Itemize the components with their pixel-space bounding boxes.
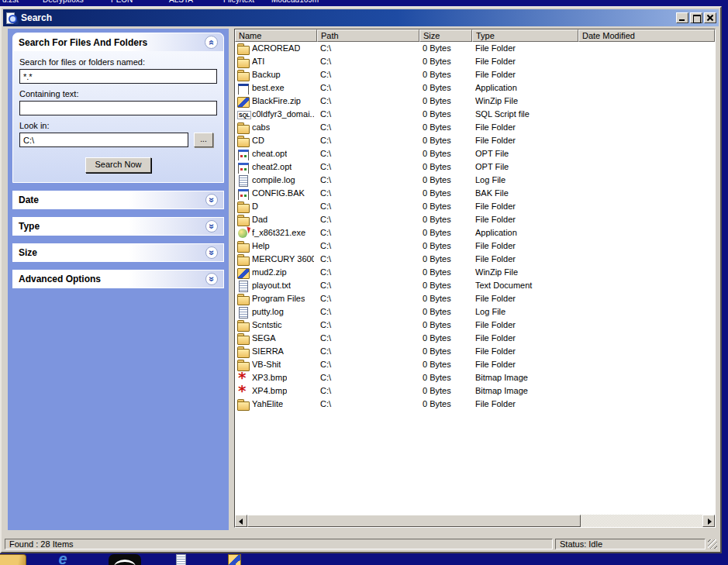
file-path: C:\ <box>317 174 419 187</box>
file-type: File Folder <box>472 68 578 81</box>
table-row[interactable]: Program FilesC:\0 BytesFile Folder <box>235 292 715 305</box>
table-row[interactable]: f_x86t321.exeC:\0 BytesApplication <box>235 226 715 239</box>
table-row[interactable]: HelpC:\0 BytesFile Folder <box>235 239 715 253</box>
table-row[interactable]: c0ldfyr3_domai...C:\0 BytesSQL Script fi… <box>235 108 715 121</box>
table-row[interactable]: putty.logC:\0 BytesLog File <box>235 305 715 319</box>
table-row[interactable]: MERCURY 3600C:\0 BytesFile Folder <box>235 253 715 266</box>
name-cell: Scntstic <box>235 319 317 332</box>
table-row[interactable]: CONFIG.BAKC:\0 BytesBAK File <box>235 187 715 200</box>
column-header-name[interactable]: Name <box>235 29 317 42</box>
file-path: C:\ <box>317 279 419 292</box>
chevron-down-icon[interactable]: » <box>205 194 218 206</box>
winzip-icon[interactable] <box>228 554 241 565</box>
file-date <box>578 160 585 174</box>
column-header-type[interactable]: Type <box>472 29 578 42</box>
folder-icon <box>237 294 250 305</box>
bak-icon <box>237 188 250 199</box>
file-type: OPT File <box>472 147 578 160</box>
file-name: playout.txt <box>252 279 291 292</box>
folder-icon <box>237 215 250 226</box>
scroll-right-icon[interactable] <box>702 515 715 527</box>
table-row[interactable]: cabsC:\0 BytesFile Folder <box>235 121 715 134</box>
table-row[interactable]: BlackFire.zipC:\0 BytesWinZip File <box>235 95 715 108</box>
named-label: Search for files or folders named: <box>19 57 217 67</box>
file-name: Program Files <box>252 292 305 305</box>
table-row[interactable]: cheat.optC:\0 BytesOPT File <box>235 147 715 160</box>
table-row[interactable]: cheat2.optC:\0 BytesOPT File <box>235 160 715 174</box>
table-row[interactable]: mud2.zipC:\0 BytesWinZip File <box>235 266 715 279</box>
resize-grip-icon[interactable] <box>708 539 717 549</box>
chevron-up-icon[interactable]: » <box>205 36 218 49</box>
table-row[interactable]: YahEliteC:\0 BytesFile Folder <box>235 398 715 411</box>
folder-icon[interactable] <box>0 554 26 565</box>
file-path: C:\ <box>317 319 419 332</box>
column-header-path[interactable]: Path <box>317 29 419 42</box>
name-cell: D <box>235 200 317 213</box>
table-row[interactable]: compile.logC:\0 BytesLog File <box>235 174 715 187</box>
file-name: SEGA <box>252 332 276 345</box>
internet-explorer-icon[interactable] <box>53 554 73 565</box>
named-input[interactable] <box>19 69 217 84</box>
table-row[interactable]: XP3.bmpC:\0 BytesBitmap Image <box>235 371 715 384</box>
section-advanced-options[interactable]: Advanced Options» <box>12 270 224 288</box>
file-date <box>578 253 585 266</box>
title-bar[interactable]: Search <box>3 9 719 26</box>
section-size[interactable]: Size» <box>12 243 224 262</box>
file-type: Log File <box>472 305 578 319</box>
name-cell: cheat.opt <box>235 147 317 160</box>
file-path: C:\ <box>317 266 419 279</box>
table-row[interactable]: ScntsticC:\0 BytesFile Folder <box>235 319 715 332</box>
file-path: C:\ <box>317 398 419 411</box>
table-row[interactable]: SIERRAC:\0 BytesFile Folder <box>235 345 715 358</box>
chevron-down-icon[interactable]: » <box>205 273 218 285</box>
table-row[interactable]: DadC:\0 BytesFile Folder <box>235 213 715 226</box>
table-row[interactable]: ACROREADC:\0 BytesFile Folder <box>235 42 715 55</box>
file-path: C:\ <box>317 213 419 226</box>
chevron-down-icon[interactable]: » <box>205 220 218 233</box>
search-box-header[interactable]: Search For Files And Folders » <box>13 33 223 51</box>
table-row[interactable]: best.exeC:\0 BytesApplication <box>235 81 715 95</box>
name-cell: CONFIG.BAK <box>235 187 317 200</box>
table-row[interactable]: SEGAC:\0 BytesFile Folder <box>235 332 715 345</box>
folder-icon <box>237 360 250 370</box>
file-path: C:\ <box>317 358 419 371</box>
minimize-button[interactable] <box>676 12 688 23</box>
containing-input[interactable] <box>19 101 217 115</box>
file-name: XP3.bmp <box>252 371 287 384</box>
browse-button[interactable]: ... <box>194 133 213 147</box>
chevron-down-icon[interactable]: » <box>205 246 218 259</box>
folder-icon <box>237 254 250 265</box>
name-cell: SEGA <box>235 332 317 345</box>
file-date <box>578 305 585 319</box>
table-row[interactable]: ATIC:\0 BytesFile Folder <box>235 55 715 68</box>
file-path: C:\ <box>317 345 419 358</box>
section-date[interactable]: Date» <box>12 191 224 209</box>
table-row[interactable]: DC:\0 BytesFile Folder <box>235 200 715 213</box>
lookin-input[interactable] <box>19 133 188 147</box>
table-row[interactable]: CDC:\0 BytesFile Folder <box>235 134 715 147</box>
table-row[interactable]: BackupC:\0 BytesFile Folder <box>235 68 715 81</box>
horizontal-scrollbar[interactable] <box>235 515 715 527</box>
table-row[interactable]: playout.txtC:\0 BytesText Document <box>235 279 715 292</box>
close-button[interactable] <box>704 12 716 23</box>
column-header-date-modified[interactable]: Date Modified <box>578 29 715 42</box>
scroll-left-icon[interactable] <box>235 515 247 527</box>
search-app-icon <box>5 12 17 24</box>
section-label: Date <box>19 195 39 205</box>
black-window-icon[interactable] <box>109 554 141 565</box>
desktop-label: Modead169m <box>271 0 319 4</box>
status-state: Status: Idle <box>555 539 706 549</box>
document-icon[interactable] <box>176 554 186 565</box>
section-type[interactable]: Type» <box>12 217 224 236</box>
name-cell: cheat2.opt <box>235 160 317 174</box>
column-header-size[interactable]: Size <box>419 29 472 42</box>
scrollbar-thumb[interactable] <box>247 515 581 527</box>
opt-icon <box>237 162 250 173</box>
table-row[interactable]: VB-ShitC:\0 BytesFile Folder <box>235 358 715 371</box>
search-now-button[interactable]: Search Now <box>85 157 152 173</box>
table-row[interactable]: XP4.bmpC:\0 BytesBitmap Image <box>235 384 715 398</box>
maximize-button[interactable] <box>690 12 702 23</box>
file-size: 0 Bytes <box>419 398 472 411</box>
section-label: Advanced Options <box>19 274 101 284</box>
file-type: File Folder <box>472 345 578 358</box>
